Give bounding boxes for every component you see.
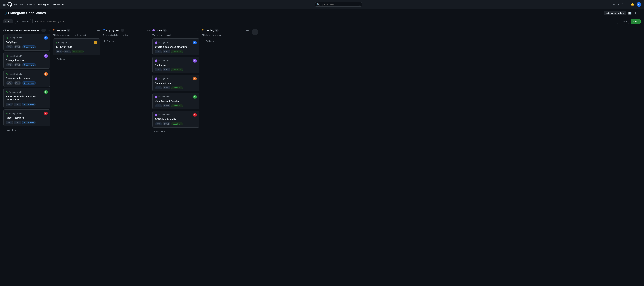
chart-icon[interactable]: 📊 bbox=[628, 12, 632, 15]
search-input[interactable] bbox=[321, 3, 356, 6]
card-tag: SP:1 bbox=[56, 50, 62, 53]
tab-plan-settings-icon[interactable]: ▾ bbox=[10, 20, 12, 23]
card-title: Report Button for Incorrect Information bbox=[6, 95, 48, 101]
card-tag: SW:3 bbox=[163, 104, 170, 107]
breadcrumb-user-link[interactable]: RobizMan bbox=[14, 3, 24, 6]
pr-icon[interactable]: ⑂ bbox=[626, 3, 628, 6]
breadcrumb: RobizMan / Projects / Planegram User Sto… bbox=[14, 3, 64, 6]
card-header: ◎ Planegram #3 R bbox=[56, 41, 98, 44]
card-header: ✓ Planegram #8 R bbox=[155, 95, 197, 99]
add-item-label: Add item bbox=[206, 40, 214, 42]
card-header: ◎ Planegram #14 R bbox=[6, 54, 48, 58]
card-header: ◎ Planegram #12 R bbox=[6, 90, 48, 94]
col-count: 0 bbox=[121, 29, 124, 32]
col-count: 9 bbox=[163, 29, 166, 32]
triangle-icon[interactable]: ▾ bbox=[618, 3, 619, 6]
add-item-button-prepare[interactable]: ＋ Add item bbox=[53, 57, 100, 62]
filter-input[interactable] bbox=[37, 20, 613, 23]
col-menu-icon[interactable]: ••• bbox=[246, 29, 249, 32]
col-menu-icon[interactable]: ••• bbox=[147, 29, 150, 32]
card-tasks-not-done-4[interactable]: ◎ Planegram #11 R Reset Password SP:2SW:… bbox=[3, 109, 50, 126]
card-tags: SP:1SW:1Must Have bbox=[56, 50, 98, 53]
issue-ref-text: Planegram #11 bbox=[8, 112, 22, 115]
card-issue-ref: ◎ Planegram #3 bbox=[56, 41, 71, 44]
col-menu-icon[interactable]: ••• bbox=[48, 29, 50, 32]
col-count: 1 bbox=[67, 29, 70, 32]
card-tag: Must Have bbox=[171, 104, 183, 107]
user-avatar[interactable]: R bbox=[636, 2, 641, 7]
issue-done-icon: ✓ bbox=[155, 114, 157, 116]
top-navigation: ☰ RobizMan / Projects / Planegram User S… bbox=[0, 0, 644, 9]
card-done-4[interactable]: ✓ Planegram #5 R CRUD functionality SP:5… bbox=[152, 111, 199, 127]
filter-bar: ≡ bbox=[32, 19, 615, 24]
card-done-2[interactable]: ✓ Planegram #4 R Paginated page SP:2SW:1… bbox=[152, 75, 199, 91]
card-done-3[interactable]: ✓ Planegram #8 R User Account Creation S… bbox=[152, 93, 199, 109]
issue-open-icon: ◎ bbox=[6, 112, 8, 115]
col-description: This item must featured in the website bbox=[53, 34, 100, 37]
card-tasks-not-done-2[interactable]: ◎ Planegram #13 R Customisable themes SP… bbox=[3, 70, 50, 87]
github-logo[interactable] bbox=[7, 2, 12, 7]
issue-ref-text: Planegram #5 bbox=[158, 114, 171, 116]
add-status-update-button[interactable]: Add status update bbox=[604, 11, 626, 15]
hamburger-icon[interactable]: ☰ bbox=[3, 2, 6, 6]
card-issue-ref: ✓ Planegram #4 bbox=[155, 77, 171, 80]
card-title: Change Password bbox=[6, 59, 48, 62]
card-tag: Must Have bbox=[171, 122, 183, 125]
project-title: Planegram User Stories bbox=[8, 11, 46, 15]
new-view-button[interactable]: ＋ New view bbox=[15, 19, 31, 24]
card-issue-ref: ◎ Planegram #13 bbox=[6, 73, 22, 75]
add-item-button-tasks-not-done[interactable]: ＋ Add item bbox=[3, 127, 50, 132]
breadcrumb-projects-link[interactable]: Projects bbox=[27, 3, 36, 6]
table-icon[interactable]: ⊞ bbox=[634, 12, 636, 15]
card-tag: SW:4 bbox=[14, 81, 21, 85]
add-column-button[interactable]: + bbox=[252, 29, 258, 36]
card-tag: SW:1 bbox=[163, 86, 170, 89]
add-item-label: Add item bbox=[57, 58, 66, 60]
add-item-button-done[interactable]: ＋ Add item bbox=[152, 129, 199, 134]
toolbar-right: Discard Save bbox=[617, 19, 641, 24]
card-done-1[interactable]: ✓ Planegram #2 R Post view SP:3SW:1Must … bbox=[152, 57, 199, 73]
search-box[interactable]: 🔍 / bbox=[315, 2, 362, 7]
card-issue-ref: ◎ Planegram #15 bbox=[6, 37, 22, 39]
card-tags: SP:2SW:1Must Have bbox=[155, 50, 197, 53]
card-tasks-not-done-0[interactable]: ◎ Planegram #15 R FAQ Page SP:1SW:2Shoul… bbox=[3, 34, 50, 51]
col-menu-icon[interactable]: ••• bbox=[97, 29, 100, 32]
issue-icon[interactable]: ⊙ bbox=[622, 3, 624, 6]
card-avatar: R bbox=[193, 113, 197, 117]
col-header: ✓ Done 9 ••• bbox=[152, 28, 199, 32]
issue-ref-text: Planegram #3 bbox=[58, 41, 71, 44]
save-button[interactable]: Save bbox=[630, 19, 641, 24]
settings-ellipsis-icon[interactable]: ••• bbox=[638, 12, 641, 15]
issue-ref-text: Planegram #1 bbox=[158, 41, 171, 44]
search-shortcut: / bbox=[358, 3, 360, 6]
card-tasks-not-done-3[interactable]: ◎ Planegram #12 R Report Button for Inco… bbox=[3, 88, 50, 108]
card-tag: SW:1 bbox=[14, 103, 21, 106]
col-title: In progress bbox=[106, 29, 120, 32]
add-item-icon: ＋ bbox=[4, 128, 6, 131]
card-tag: SP:2 bbox=[155, 86, 162, 89]
col-menu-icon[interactable]: ••• bbox=[196, 29, 199, 32]
column-done: ✓ Done 9 ••• This has been completed ✓ P… bbox=[152, 28, 199, 134]
add-item-button-testing[interactable]: ＋ Add item bbox=[202, 39, 249, 44]
card-tags: SP:1SW:2Should Have bbox=[6, 45, 48, 48]
issue-ref-text: Planegram #13 bbox=[8, 73, 22, 75]
plus-icon[interactable]: ＋ bbox=[612, 2, 615, 6]
card-prepare-0[interactable]: ◎ Planegram #3 R 404 Error Page SP:1SW:1… bbox=[53, 39, 100, 55]
add-item-label: Add item bbox=[156, 130, 165, 132]
bell-icon[interactable]: 🔔 bbox=[630, 3, 634, 6]
project-title-row: 🌐 Planegram User Stories bbox=[3, 11, 46, 15]
card-header: ◎ Planegram #11 R bbox=[6, 112, 48, 115]
add-item-button-in-progress[interactable]: ＋ Add item bbox=[103, 39, 150, 44]
card-tag: SP:2 bbox=[6, 103, 13, 106]
filter-icon: ≡ bbox=[34, 20, 36, 23]
status-icon bbox=[3, 29, 6, 31]
col-count: 0 bbox=[215, 29, 219, 32]
column-prepare: Prepare 1 ••• This item must featured in… bbox=[53, 28, 100, 62]
col-header: Tasks Not Done/Not Needed 17 ••• bbox=[3, 28, 50, 32]
discard-button[interactable]: Discard bbox=[617, 19, 629, 24]
tab-plan[interactable]: Plan ▾ bbox=[3, 20, 13, 23]
issue-ref-text: Planegram #8 bbox=[158, 96, 171, 98]
card-done-0[interactable]: ✓ Planegram #1 R Create a basic web stru… bbox=[152, 39, 199, 55]
card-tasks-not-done-1[interactable]: ◎ Planegram #14 R Change Password SP:2SW… bbox=[3, 52, 50, 69]
card-tag: Should Have bbox=[22, 81, 36, 85]
